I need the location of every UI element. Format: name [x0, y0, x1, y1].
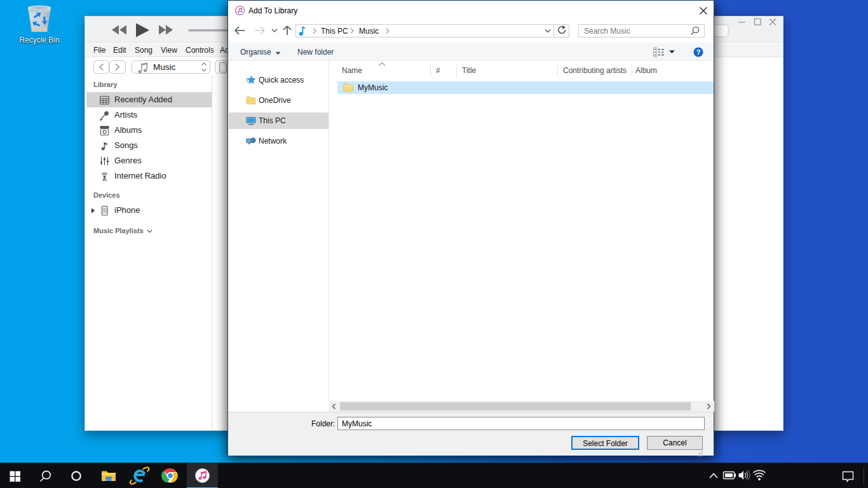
svg-text:?: ?: [696, 48, 701, 56]
svg-text:Music: Music: [359, 27, 379, 36]
svg-text:This PC: This PC: [321, 27, 348, 36]
svg-text:Music: Music: [153, 62, 176, 72]
svg-text:Search Music: Search Music: [584, 27, 630, 36]
